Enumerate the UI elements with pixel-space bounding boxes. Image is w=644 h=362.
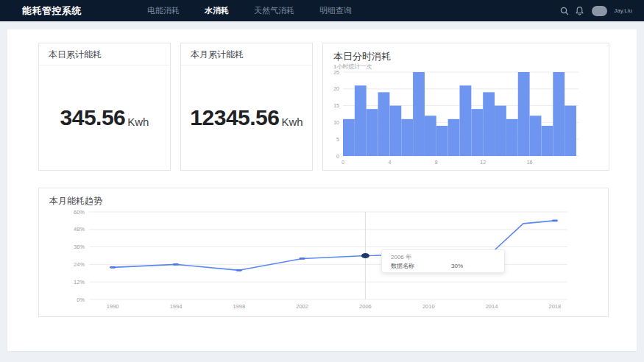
bar-3[interactable] xyxy=(378,92,390,156)
bar-7[interactable] xyxy=(425,116,436,156)
data-point-marker[interactable] xyxy=(110,266,116,269)
nav-item-2[interactable]: 天然气消耗 xyxy=(241,0,307,21)
bar-14[interactable] xyxy=(506,119,518,156)
bar-2[interactable] xyxy=(367,109,378,156)
card-title: 本月累计能耗 xyxy=(181,43,312,65)
bar-15[interactable] xyxy=(518,72,530,156)
tooltip-title: 2006 年 xyxy=(391,253,495,261)
axis-label: 0 xyxy=(336,154,339,159)
hourly-consumption-card: 本日分时消耗 1小时统计一次 05101520250481216 xyxy=(322,43,609,171)
top-cards-row: 本日累计能耗 345.56 Kwh 本月累计能耗 12345.56 Kwh 本日… xyxy=(38,43,609,171)
axis-label: 5 xyxy=(336,137,339,142)
month-energy-value: 12345.56 xyxy=(190,105,279,130)
navbar-right: Jay.Liu xyxy=(559,6,632,16)
bar-17[interactable] xyxy=(541,126,553,156)
axis-label: 25 xyxy=(333,70,339,75)
top-navbar: 能耗管控系统 电能消耗水消耗天然气消耗明细查询 Jay.Liu xyxy=(0,0,644,21)
main-panel: 本日累计能耗 345.56 Kwh 本月累计能耗 12345.56 Kwh 本日… xyxy=(7,29,637,351)
card-title: 本日累计能耗 xyxy=(39,43,170,65)
axis-label: 15 xyxy=(333,103,339,108)
axis-label: 60% xyxy=(74,209,85,216)
axis-label: 2002 xyxy=(296,303,308,310)
data-point-marker[interactable] xyxy=(173,263,179,266)
axis-label: 4 xyxy=(388,160,391,165)
username: Jay.Liu xyxy=(614,7,632,14)
tooltip-series-name: 数据名称 xyxy=(391,261,414,271)
bar-19[interactable] xyxy=(565,106,576,156)
axis-label: 12 xyxy=(480,160,486,165)
axis-label: 1990 xyxy=(107,303,119,310)
card-body: 12345.56 Kwh xyxy=(181,65,312,170)
data-point-marker[interactable] xyxy=(236,269,242,272)
axis-label: 20 xyxy=(333,86,339,91)
bar-1[interactable] xyxy=(355,85,367,156)
axis-label: 1994 xyxy=(170,303,183,310)
active-data-point[interactable] xyxy=(361,253,369,258)
bar-12[interactable] xyxy=(483,92,495,156)
nav-menu: 电能消耗水消耗天然气消耗明细查询 xyxy=(135,0,364,21)
monthly-trend-line-chart: 0%12%24%36%48%60%19901994199820022006201… xyxy=(39,188,608,316)
axis-label: 8 xyxy=(435,160,438,165)
search-icon[interactable] xyxy=(559,6,570,16)
bar-16[interactable] xyxy=(530,116,542,156)
today-energy-card: 本日累计能耗 345.56 Kwh xyxy=(38,43,171,171)
axis-label: 2010 xyxy=(422,303,435,310)
axis-label: 10 xyxy=(333,120,339,125)
avatar[interactable] xyxy=(592,6,607,16)
data-point-marker[interactable] xyxy=(300,258,305,260)
axis-label: 1998 xyxy=(233,303,245,310)
axis-label: 2018 xyxy=(548,303,561,310)
nav-item-3[interactable]: 明细查询 xyxy=(307,0,364,21)
today-energy-unit: Kwh xyxy=(127,108,149,128)
monthly-trend-card: 本月能耗趋势 0%12%24%36%48%60%1990199419982002… xyxy=(38,188,609,317)
data-point-marker[interactable] xyxy=(552,220,558,222)
app-title: 能耗管控系统 xyxy=(22,4,82,18)
axis-label: 36% xyxy=(74,244,85,250)
bar-4[interactable] xyxy=(389,106,401,156)
axis-label: 24% xyxy=(74,261,85,268)
chart-tooltip: 2006 年 数据名称 30% xyxy=(381,249,505,273)
bar-13[interactable] xyxy=(495,106,506,156)
bar-10[interactable] xyxy=(460,85,472,156)
month-energy-card: 本月累计能耗 12345.56 Kwh xyxy=(180,43,313,171)
bar-9[interactable] xyxy=(448,119,460,156)
bar-11[interactable] xyxy=(471,109,483,156)
bar-0[interactable] xyxy=(343,119,355,156)
bell-icon[interactable] xyxy=(575,6,584,16)
tooltip-value: 30% xyxy=(451,261,463,271)
axis-label: 16 xyxy=(527,160,533,165)
month-energy-unit: Kwh xyxy=(281,108,302,128)
hourly-bar-chart: 05101520250481216 xyxy=(323,43,609,170)
nav-item-1[interactable]: 水消耗 xyxy=(192,0,241,21)
bar-18[interactable] xyxy=(553,72,565,156)
axis-label: 2014 xyxy=(486,303,498,310)
axis-label: 12% xyxy=(74,279,85,285)
card-body: 345.56 Kwh xyxy=(39,65,170,170)
today-energy-value: 345.56 xyxy=(60,105,126,130)
axis-label: 0 xyxy=(342,160,344,165)
axis-label: 48% xyxy=(74,226,85,233)
bar-8[interactable] xyxy=(436,126,448,156)
bar-5[interactable] xyxy=(401,119,413,156)
axis-label: 0% xyxy=(77,297,85,303)
bar-6[interactable] xyxy=(413,72,425,156)
axis-label: 2006 xyxy=(359,303,372,310)
nav-item-0[interactable]: 电能消耗 xyxy=(135,0,192,21)
